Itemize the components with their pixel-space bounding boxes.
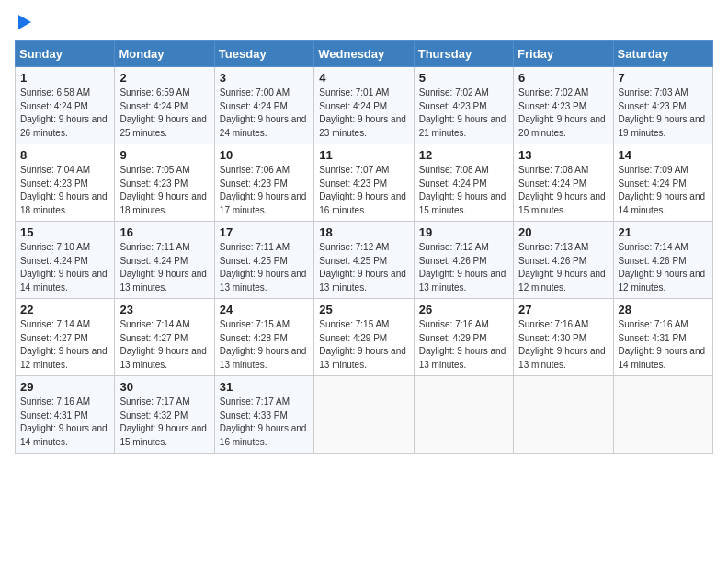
calendar-header-row: SundayMondayTuesdayWednesdayThursdayFrid… [16,41,713,67]
day-info: Sunrise: 7:11 AMSunset: 4:25 PMDaylight:… [220,242,307,293]
calendar-day-cell: 20 Sunrise: 7:13 AMSunset: 4:26 PMDaylig… [514,222,613,299]
calendar-day-cell [414,376,513,454]
day-number: 13 [518,148,608,162]
day-info: Sunrise: 7:02 AMSunset: 4:23 PMDaylight:… [518,87,606,138]
calendar-week-row: 22 Sunrise: 7:14 AMSunset: 4:27 PMDaylig… [16,299,713,376]
day-number: 24 [220,303,309,316]
day-info: Sunrise: 7:01 AMSunset: 4:24 PMDaylight:… [319,87,406,138]
calendar-day-cell: 1 Sunrise: 6:58 AMSunset: 4:24 PMDayligh… [16,67,115,144]
day-info: Sunrise: 7:15 AMSunset: 4:28 PMDaylight:… [220,319,307,370]
calendar-day-cell: 2 Sunrise: 6:59 AMSunset: 4:24 PMDayligh… [115,67,214,144]
day-number: 14 [619,148,708,162]
day-info: Sunrise: 7:17 AMSunset: 4:33 PMDaylight:… [220,396,307,447]
calendar-day-cell [314,376,414,454]
day-number: 28 [619,303,708,316]
day-number: 9 [119,148,209,162]
calendar-day-cell: 22 Sunrise: 7:14 AMSunset: 4:27 PMDaylig… [16,299,115,376]
day-info: Sunrise: 7:00 AMSunset: 4:24 PMDaylight:… [220,87,307,138]
day-number: 19 [419,225,508,239]
day-number: 1 [20,71,109,85]
calendar-day-cell: 28 Sunrise: 7:16 AMSunset: 4:31 PMDaylig… [613,299,712,376]
day-number: 8 [20,148,109,162]
day-number: 27 [518,303,608,316]
day-info: Sunrise: 7:17 AMSunset: 4:32 PMDaylight:… [119,396,207,447]
logo-blue [15,15,31,29]
day-info: Sunrise: 7:06 AMSunset: 4:23 PMDaylight:… [220,165,307,215]
weekday-header: Friday [514,41,613,67]
day-number: 25 [319,303,408,316]
logo-arrow-icon [18,15,31,29]
day-number: 4 [319,71,408,85]
calendar-day-cell: 5 Sunrise: 7:02 AMSunset: 4:23 PMDayligh… [414,67,513,144]
calendar-day-cell [613,376,712,454]
day-info: Sunrise: 7:07 AMSunset: 4:23 PMDaylight:… [319,165,406,215]
calendar-week-row: 29 Sunrise: 7:16 AMSunset: 4:31 PMDaylig… [16,376,713,454]
day-number: 29 [20,380,109,394]
day-info: Sunrise: 7:08 AMSunset: 4:24 PMDaylight:… [518,165,606,215]
day-info: Sunrise: 7:04 AMSunset: 4:23 PMDaylight:… [20,165,108,215]
weekday-header: Saturday [613,41,712,67]
day-number: 15 [20,225,109,239]
day-info: Sunrise: 7:16 AMSunset: 4:29 PMDaylight:… [419,319,506,370]
calendar-day-cell: 3 Sunrise: 7:00 AMSunset: 4:24 PMDayligh… [214,67,313,144]
day-number: 21 [619,225,708,239]
calendar-day-cell: 9 Sunrise: 7:05 AMSunset: 4:23 PMDayligh… [115,144,214,222]
calendar-day-cell: 8 Sunrise: 7:04 AMSunset: 4:23 PMDayligh… [16,144,115,222]
calendar-day-cell: 11 Sunrise: 7:07 AMSunset: 4:23 PMDaylig… [314,144,414,222]
day-info: Sunrise: 7:12 AMSunset: 4:26 PMDaylight:… [419,242,506,293]
weekday-header: Thursday [414,41,513,67]
day-number: 10 [220,148,309,162]
calendar-week-row: 15 Sunrise: 7:10 AMSunset: 4:24 PMDaylig… [16,222,713,299]
day-info: Sunrise: 7:08 AMSunset: 4:24 PMDaylight:… [419,165,506,215]
calendar-day-cell: 30 Sunrise: 7:17 AMSunset: 4:32 PMDaylig… [115,376,214,454]
calendar-day-cell: 18 Sunrise: 7:12 AMSunset: 4:25 PMDaylig… [314,222,414,299]
calendar-day-cell: 15 Sunrise: 7:10 AMSunset: 4:24 PMDaylig… [16,222,115,299]
calendar-day-cell: 21 Sunrise: 7:14 AMSunset: 4:26 PMDaylig… [613,222,712,299]
day-info: Sunrise: 7:14 AMSunset: 4:26 PMDaylight:… [619,242,706,293]
day-info: Sunrise: 7:12 AMSunset: 4:25 PMDaylight:… [319,242,406,293]
day-number: 30 [119,380,209,394]
day-number: 6 [518,71,608,85]
calendar-day-cell: 4 Sunrise: 7:01 AMSunset: 4:24 PMDayligh… [314,67,414,144]
day-info: Sunrise: 7:16 AMSunset: 4:31 PMDaylight:… [619,319,706,370]
day-info: Sunrise: 7:03 AMSunset: 4:23 PMDaylight:… [619,87,706,138]
day-number: 12 [419,148,508,162]
day-info: Sunrise: 7:16 AMSunset: 4:31 PMDaylight:… [20,396,108,447]
calendar-day-cell: 29 Sunrise: 7:16 AMSunset: 4:31 PMDaylig… [16,376,115,454]
calendar-day-cell: 27 Sunrise: 7:16 AMSunset: 4:30 PMDaylig… [514,299,613,376]
logo [15,15,31,29]
day-info: Sunrise: 7:11 AMSunset: 4:24 PMDaylight:… [119,242,207,293]
day-number: 31 [220,380,309,394]
day-info: Sunrise: 6:59 AMSunset: 4:24 PMDaylight:… [119,87,207,138]
day-info: Sunrise: 7:14 AMSunset: 4:27 PMDaylight:… [20,319,108,370]
day-info: Sunrise: 7:02 AMSunset: 4:23 PMDaylight:… [419,87,506,138]
calendar-day-cell: 26 Sunrise: 7:16 AMSunset: 4:29 PMDaylig… [414,299,513,376]
day-info: Sunrise: 7:15 AMSunset: 4:29 PMDaylight:… [319,319,406,370]
day-info: Sunrise: 7:14 AMSunset: 4:27 PMDaylight:… [119,319,207,370]
calendar-day-cell: 19 Sunrise: 7:12 AMSunset: 4:26 PMDaylig… [414,222,513,299]
day-number: 18 [319,225,408,239]
day-number: 3 [220,71,309,85]
calendar-day-cell: 16 Sunrise: 7:11 AMSunset: 4:24 PMDaylig… [115,222,214,299]
calendar-day-cell: 25 Sunrise: 7:15 AMSunset: 4:29 PMDaylig… [314,299,414,376]
day-number: 26 [419,303,508,316]
weekday-header: Monday [115,41,214,67]
calendar-day-cell: 7 Sunrise: 7:03 AMSunset: 4:23 PMDayligh… [613,67,712,144]
day-info: Sunrise: 7:10 AMSunset: 4:24 PMDaylight:… [20,242,108,293]
day-number: 20 [518,225,608,239]
calendar-table: SundayMondayTuesdayWednesdayThursdayFrid… [15,40,713,454]
day-number: 7 [619,71,708,85]
day-info: Sunrise: 7:09 AMSunset: 4:24 PMDaylight:… [619,165,706,215]
day-number: 2 [119,71,209,85]
calendar-day-cell: 17 Sunrise: 7:11 AMSunset: 4:25 PMDaylig… [214,222,313,299]
calendar-week-row: 8 Sunrise: 7:04 AMSunset: 4:23 PMDayligh… [16,144,713,222]
day-number: 16 [119,225,209,239]
calendar-day-cell: 23 Sunrise: 7:14 AMSunset: 4:27 PMDaylig… [115,299,214,376]
calendar-day-cell: 6 Sunrise: 7:02 AMSunset: 4:23 PMDayligh… [514,67,613,144]
day-number: 11 [319,148,408,162]
day-info: Sunrise: 7:13 AMSunset: 4:26 PMDaylight:… [518,242,606,293]
calendar-day-cell: 31 Sunrise: 7:17 AMSunset: 4:33 PMDaylig… [214,376,313,454]
weekday-header: Wednesday [314,41,414,67]
day-number: 5 [419,71,508,85]
day-number: 23 [119,303,209,316]
